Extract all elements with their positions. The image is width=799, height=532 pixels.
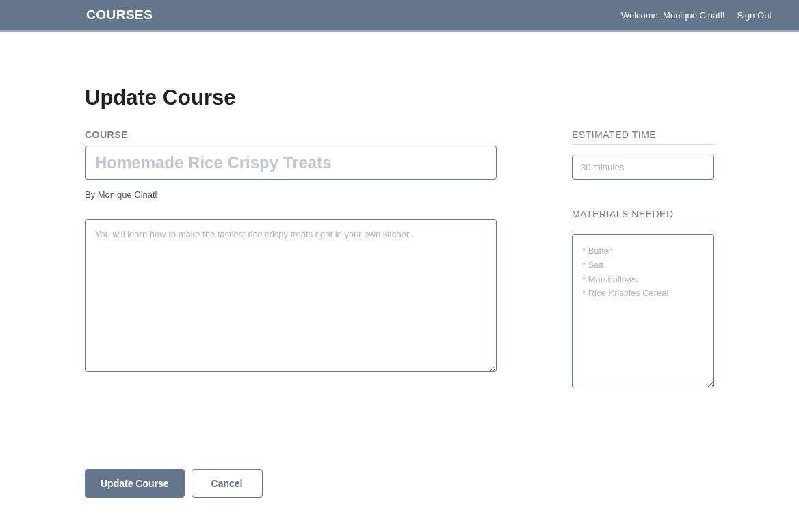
update-course-button[interactable]: Update Course	[85, 469, 185, 498]
welcome-text: Welcome, Monique Cinatl!	[621, 10, 725, 21]
course-title-input[interactable]	[85, 146, 497, 180]
header-right: Welcome, Monique Cinatl! Sign Out	[621, 10, 772, 21]
course-description-textarea[interactable]	[85, 219, 497, 372]
app-header: COURSES Welcome, Monique Cinatl! Sign Ou…	[0, 0, 799, 32]
button-row: Update Course Cancel	[85, 469, 714, 498]
right-column: ESTIMATED TIME MATERIALS NEEDED	[572, 129, 714, 420]
cancel-button[interactable]: Cancel	[192, 469, 263, 498]
materials-textarea[interactable]	[572, 234, 714, 388]
app-title[interactable]: COURSES	[86, 8, 153, 23]
signout-link[interactable]: Sign Out	[737, 10, 772, 21]
page-title: Update Course	[85, 85, 714, 110]
estimated-time-input[interactable]	[572, 155, 714, 180]
materials-label: MATERIALS NEEDED	[572, 209, 714, 224]
estimated-time-section: ESTIMATED TIME	[572, 129, 714, 180]
materials-section: MATERIALS NEEDED	[572, 209, 714, 391]
main-container: Update Course COURSE By Monique Cinatl E…	[78, 85, 721, 498]
left-column: COURSE By Monique Cinatl	[85, 129, 497, 420]
course-label: COURSE	[85, 129, 497, 140]
byline: By Monique Cinatl	[85, 189, 497, 200]
form-grid: COURSE By Monique Cinatl ESTIMATED TIME …	[85, 129, 714, 420]
estimated-time-label: ESTIMATED TIME	[572, 129, 714, 145]
